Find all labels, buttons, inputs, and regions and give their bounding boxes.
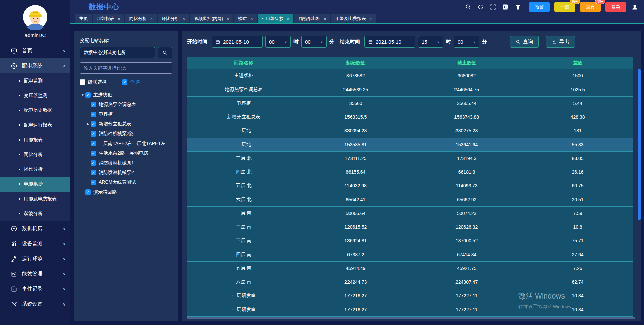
tree-node[interactable]: ✓ARCM无线表测试 [80,177,172,187]
tree-node-checkbox[interactable]: ✓ [91,112,96,117]
tree-node-checkbox[interactable]: ✓ [91,131,96,137]
tab-close-icon[interactable]: × [118,16,120,21]
tree-node-checkbox[interactable]: ✓ [91,170,96,175]
tree-node[interactable]: ✓地源热泵空调总表 [80,100,172,109]
tree-node-checkbox[interactable]: ✓ [91,102,96,107]
station-input[interactable] [80,47,155,58]
table-row[interactable]: 一层 南50066.6450074.237.59 [187,207,633,220]
table-row[interactable]: 五层 南45914.4945921.757.26 [187,262,633,275]
menu-fold-icon[interactable] [76,3,84,11]
sidebar-item-3[interactable]: 数据机房∨ [0,221,70,236]
tree-node[interactable]: ▶✓新增分立柜总表 [80,119,172,129]
tree-node[interactable]: ✓生活水泵2路一层弱电房 [80,148,172,158]
user-icon[interactable] [631,3,639,11]
tab-close-icon[interactable]: × [287,16,289,21]
select-all-label[interactable]: 全选 [130,79,140,85]
select-all-checkbox[interactable]: ✓ [122,79,127,85]
tab-4[interactable]: 环比分析× [158,14,189,23]
end-hour-select[interactable]: 15∨ [418,36,443,48]
end-date-picker[interactable]: 2021-05-10 [364,36,415,48]
submenu-item[interactable]: •用能及电费报表 [0,192,70,206]
export-button[interactable]: 导出 [546,36,575,48]
tree-node[interactable]: ✓消防喷淋机械泵2 [80,168,172,177]
tree-node-checkbox[interactable]: ✓ [91,121,96,127]
tab-close-icon[interactable]: × [250,16,253,21]
alarm-button-1[interactable]: 预警 [529,2,550,12]
tree-node[interactable]: ✓一层南1APE2右一层北1APE1左 [80,139,172,148]
tree-node-checkbox[interactable]: ✓ [91,180,96,185]
submenu-item[interactable]: •变压器监测 [0,88,70,103]
tab-close-icon[interactable]: × [226,16,229,21]
alarm-button-2[interactable]: 一般99+ [554,2,575,12]
tab-3[interactable]: 同比分析× [125,14,157,23]
tree-node[interactable]: ▼✓主进线柜 [80,90,172,100]
tab-8[interactable]: 精密配电柜× [294,14,330,23]
fullscreen-icon[interactable] [490,3,497,11]
tree-node[interactable]: ✓演示箱回路 [80,187,172,197]
query-button[interactable]: 查询 [510,36,539,48]
submenu-item[interactable]: •环比分析 [0,162,70,177]
table-row[interactable]: 二层北153585.81153641.6455.83 [187,138,633,152]
table-row[interactable]: 六层 北65642.4165662.9220.51 [187,193,633,207]
table-row[interactable]: 四层 南67387.267414.8427.64 [187,248,633,262]
tab-1[interactable]: 主页 [75,14,92,23]
submenu-item[interactable]: •电能集抄 [0,177,70,192]
submenu-item[interactable]: •同比分析 [0,147,70,162]
sidebar-item-6[interactable]: 能效管理∨ [0,266,70,281]
table-row[interactable]: 一层研发室177216.27177227.1110.84 [187,289,633,303]
table-row[interactable]: 五层 北114032.98114093.7360.75 [187,179,633,193]
search-icon[interactable] [465,3,472,11]
table-vertical-scrollbar[interactable] [638,69,641,220]
alarm-button-3[interactable]: 重要99+ [580,2,601,12]
tree-node[interactable]: ✓消防喷淋机械泵1 [80,158,172,168]
table-row[interactable]: 电容柜3566035665.445.44 [187,97,633,110]
table-row[interactable]: 新增分立柜总表1563315.51563743.88428.38 [187,110,633,124]
tree-node-checkbox[interactable]: ✓ [91,141,96,146]
table-row[interactable]: 主进线柜367858236800821500 [187,69,633,83]
sidebar-item-8[interactable]: 系统设置∨ [0,296,70,312]
tree-node[interactable]: ✓电容柜 [80,109,172,119]
tree-node-checkbox[interactable]: ✓ [91,160,96,166]
table-row[interactable]: 地源热泵空调总表2445539.252446564.751025.5 [187,83,633,97]
caret-down-icon[interactable]: ▼ [80,93,85,97]
tab-close-icon[interactable]: × [324,16,326,21]
avatar[interactable]: Acrel [23,5,48,30]
table-row[interactable]: 一层北330094.28330275.28181 [187,124,633,138]
refresh-icon[interactable] [477,3,485,11]
submenu-item[interactable]: •配电运行报表 [0,118,70,132]
sidebar-item-1[interactable]: 首页∨ [0,43,70,58]
table-row[interactable]: 一层研发室177216.27177227.1110.84 [187,303,633,317]
cascade-checkbox[interactable] [80,79,85,85]
submenu-item[interactable]: •谐波分析 [0,206,70,221]
tab-6[interactable]: 楼层× [234,14,257,23]
keyword-filter-input[interactable] [80,62,172,74]
tab-7[interactable]: ●电能集抄× [258,14,293,23]
translate-icon[interactable]: A文 [502,3,509,11]
tab-9[interactable]: 用能及电费报表× [331,14,376,23]
tab-close-icon[interactable]: × [369,16,372,21]
table-row[interactable]: 二层 南120615.52120626.3210.8 [187,220,633,234]
start-hour-select[interactable]: 00∨ [265,36,291,48]
sidebar-item-2[interactable]: 配电系统∧ [0,58,70,73]
tree-node-checkbox[interactable]: ✓ [91,151,96,156]
submenu-item[interactable]: •配电历史数据 [0,103,70,118]
tab-5[interactable]: 视频监控(内网)× [190,14,233,23]
tab-close-icon[interactable]: × [182,16,185,21]
table-row[interactable]: 四层 北66155.6466181.826.16 [187,165,633,179]
tab-close-icon[interactable]: × [150,16,153,21]
tree-node-checkbox[interactable]: ✓ [85,189,91,195]
tab-2[interactable]: 用能报表× [93,14,124,23]
theme-icon[interactable] [515,3,522,11]
submenu-item[interactable]: •配电监测 [0,73,70,88]
alarm-button-4[interactable]: 紧急 [605,2,626,12]
sidebar-item-7[interactable]: 事件记录∨ [0,281,70,296]
caret-right-icon[interactable]: ▶ [85,122,91,126]
start-minute-select[interactable]: 00∨ [301,36,327,48]
table-horizontal-scrollbar[interactable] [187,317,635,319]
sidebar-item-5[interactable]: 运行环境∨ [0,251,70,266]
submenu-item[interactable]: •用能报表 [0,132,70,147]
table-row[interactable]: 三层 南136924.81137000.5275.71 [187,234,633,248]
station-search-button[interactable] [158,47,172,58]
start-date-picker[interactable]: 2021-05-10 [212,36,263,48]
end-minute-select[interactable]: 00∨ [454,36,479,48]
